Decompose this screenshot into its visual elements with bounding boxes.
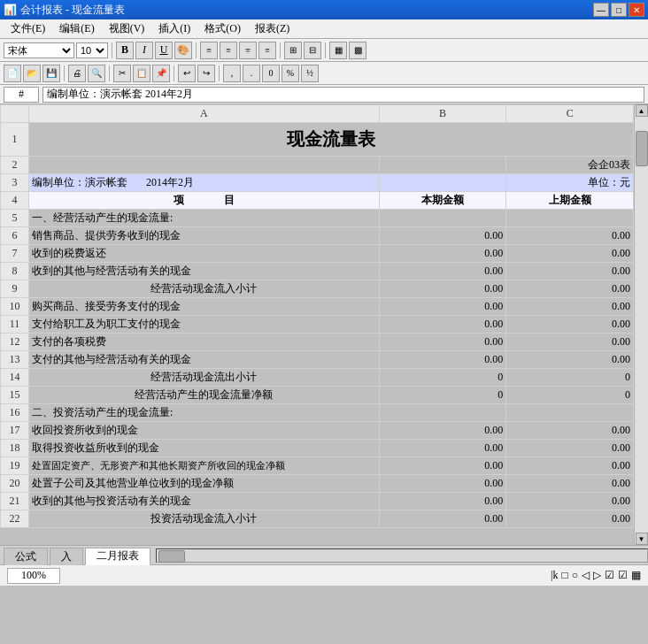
tb-btn5[interactable]: ½ <box>301 65 319 82</box>
cell-21a[interactable]: 收到的其他与投资活动有关的现金 <box>28 493 379 510</box>
close-button[interactable]: ✕ <box>629 3 644 17</box>
font-selector[interactable]: 宋体 <box>4 42 74 58</box>
cell-10a[interactable]: 购买商品、接受劳务支付的现金 <box>28 298 379 316</box>
border-button[interactable]: ⊟ <box>304 42 321 59</box>
cell-9b[interactable]: 0.00 <box>379 280 506 298</box>
cut-button[interactable]: ✂ <box>113 65 131 82</box>
cell-6a[interactable]: 销售商品、提供劳务收到的现金 <box>28 227 379 245</box>
cell-15a: 经营活动产生的现金流量净额 <box>28 387 379 404</box>
menu-format[interactable]: 格式(O) <box>197 19 248 38</box>
underline-button[interactable]: U <box>155 42 173 59</box>
sheet-tab-ru[interactable]: 入 <box>50 548 83 565</box>
cell-18a[interactable]: 取得投资收益所收到的现金 <box>28 440 379 457</box>
open-button[interactable]: 📂 <box>23 65 41 82</box>
cell-6b[interactable]: 0.00 <box>379 227 506 245</box>
menu-file[interactable]: 文件(E) <box>4 19 52 38</box>
cell-19b[interactable]: 0.00 <box>379 457 506 475</box>
cell-7b[interactable]: 0.00 <box>379 245 506 263</box>
col-header-A[interactable]: A <box>28 105 379 123</box>
more-button[interactable]: ▦ <box>329 42 347 59</box>
report-title[interactable]: 现金流量表 <box>28 123 633 157</box>
new-button[interactable]: 📄 <box>4 65 21 82</box>
cell-17b[interactable]: 0.00 <box>379 422 506 440</box>
cell-21c[interactable]: 0.00 <box>506 493 634 510</box>
cell-15b[interactable]: 0 <box>379 387 506 404</box>
formula-input[interactable]: 编制单位：演示帐套 2014年2月 <box>42 87 644 103</box>
vertical-scrollbar[interactable]: ▲ ▼ <box>634 104 648 545</box>
cell-7c[interactable]: 0.00 <box>506 245 634 263</box>
cell-20c[interactable]: 0.00 <box>506 475 634 493</box>
cell-6c[interactable]: 0.00 <box>506 227 634 245</box>
cell-21b[interactable]: 0.00 <box>379 493 506 510</box>
col-header-B[interactable]: B <box>379 105 506 123</box>
menu-report[interactable]: 报表(Z) <box>248 19 297 38</box>
cell-12c[interactable]: 0.00 <box>506 334 634 351</box>
cell-13b[interactable]: 0.00 <box>379 351 506 369</box>
cell-3a[interactable]: 编制单位：演示帐套 2014年2月 <box>28 174 379 192</box>
color-button[interactable]: 🎨 <box>174 42 192 59</box>
cell-8c[interactable]: 0.00 <box>506 263 634 280</box>
scroll-up-button[interactable]: ▲ <box>636 104 648 117</box>
cell-20b[interactable]: 0.00 <box>379 475 506 493</box>
save-button[interactable]: 💾 <box>42 65 60 82</box>
sheet-tab-eryuebiaobiao[interactable]: 二月报表 <box>85 548 150 565</box>
cell-18c[interactable]: 0.00 <box>506 440 634 457</box>
cell-10b[interactable]: 0.00 <box>379 298 506 316</box>
cell-17c[interactable]: 0.00 <box>506 422 634 440</box>
tb-btn2[interactable]: . <box>243 65 260 82</box>
cell-10c[interactable]: 0.00 <box>506 298 634 316</box>
status-icon-1: |k <box>551 569 558 582</box>
menu-view[interactable]: 视图(V) <box>102 19 152 38</box>
align-right-button[interactable]: ≡ <box>239 42 257 59</box>
cell-11b[interactable]: 0.00 <box>379 316 506 334</box>
redo-button[interactable]: ↪ <box>197 65 215 82</box>
undo-button[interactable]: ↩ <box>178 65 196 82</box>
cell-reference[interactable]: # <box>4 87 39 103</box>
zoom-level[interactable]: 100% <box>7 568 60 584</box>
cell-8b[interactable]: 0.00 <box>379 263 506 280</box>
cell-11c[interactable]: 0.00 <box>506 316 634 334</box>
cell-13a[interactable]: 支付的其他与经营活动有关的现金 <box>28 351 379 369</box>
print-button[interactable]: 🖨 <box>68 65 86 82</box>
sheet-tab-formula[interactable]: 公式 <box>4 548 48 565</box>
align-left-button[interactable]: ≡ <box>200 42 218 59</box>
cell-20a[interactable]: 处置子公司及其他营业单位收到的现金净额 <box>28 475 379 493</box>
tb-btn4[interactable]: % <box>282 65 299 82</box>
cell-9c[interactable]: 0.00 <box>506 280 634 298</box>
scroll-thumb[interactable] <box>636 131 648 166</box>
cell-14b[interactable]: 0 <box>379 369 506 387</box>
cell-8a[interactable]: 收到的其他与经营活动有关的现金 <box>28 263 379 280</box>
cell-13c[interactable]: 0.00 <box>506 351 634 369</box>
minimize-button[interactable]: — <box>593 3 609 17</box>
print-preview-button[interactable]: 🔍 <box>88 65 105 82</box>
copy-button[interactable]: 📋 <box>133 65 150 82</box>
cell-12b[interactable]: 0.00 <box>379 334 506 351</box>
scroll-down-button[interactable]: ▼ <box>636 533 648 545</box>
cell-19c[interactable]: 0.00 <box>506 457 634 475</box>
col-header-C[interactable]: C <box>506 105 634 123</box>
paste-button[interactable]: 📌 <box>152 65 170 82</box>
cell-18b[interactable]: 0.00 <box>379 440 506 457</box>
more2-button[interactable]: ▩ <box>349 42 366 59</box>
italic-button[interactable]: I <box>135 42 153 59</box>
menu-insert[interactable]: 插入(I) <box>151 19 197 38</box>
bold-button[interactable]: B <box>116 42 134 59</box>
cell-11a[interactable]: 支付给职工及为职工支付的现金 <box>28 316 379 334</box>
cell-22b[interactable]: 0.00 <box>379 510 506 528</box>
cell-7a[interactable]: 收到的税费返还 <box>28 245 379 263</box>
cell-19a[interactable]: 处置固定资产、无形资产和其他长期资产所收回的现金净额 <box>28 457 379 475</box>
align-center-button[interactable]: ≡ <box>220 42 237 59</box>
cell-17a[interactable]: 收回投资所收到的现金 <box>28 422 379 440</box>
font-size-selector[interactable]: 10 <box>76 42 108 58</box>
align-justify-button[interactable]: ≡ <box>258 42 276 59</box>
tb-btn1[interactable]: , <box>223 65 241 82</box>
tb-btn3[interactable]: 0 <box>262 65 280 82</box>
maximize-button[interactable]: □ <box>611 3 627 17</box>
merge-button[interactable]: ⊞ <box>284 42 302 59</box>
cell-15c[interactable]: 0 <box>506 387 634 404</box>
cell-12a[interactable]: 支付的各项税费 <box>28 334 379 351</box>
cell-22c[interactable]: 0.00 <box>506 510 634 528</box>
horizontal-scrollbar[interactable] <box>156 548 648 563</box>
menu-edit[interactable]: 编辑(E) <box>52 19 101 38</box>
cell-14c[interactable]: 0 <box>506 369 634 387</box>
